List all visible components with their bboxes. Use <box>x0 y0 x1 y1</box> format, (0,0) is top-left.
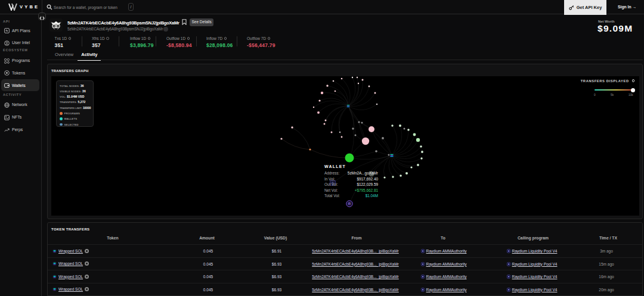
svg-text:R: R <box>348 202 351 205</box>
